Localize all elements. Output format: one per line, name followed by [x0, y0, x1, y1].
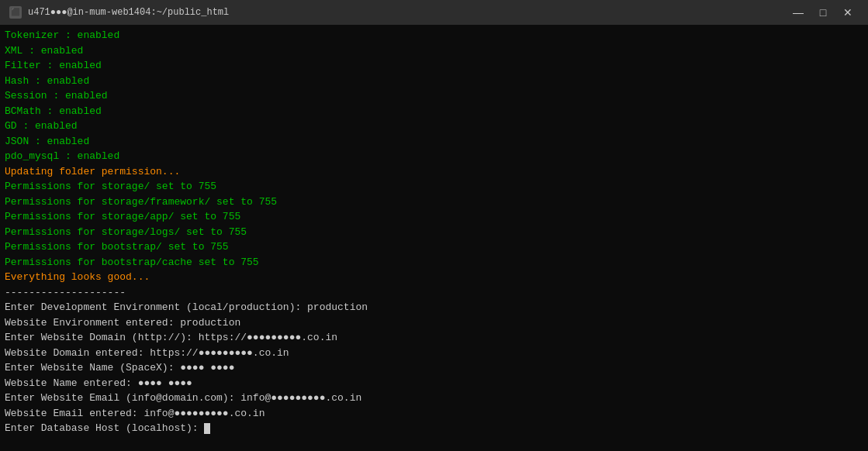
- title-bar-title: u471●●●@in-mum-web1404:~/public_html: [28, 7, 229, 18]
- terminal-line: Website Name entered: ●●●● ●●●●: [5, 376, 863, 391]
- terminal-line: Permissions for storage/framework/ set t…: [5, 195, 863, 210]
- terminal-line: Permissions for storage/logs/ set to 755: [5, 225, 863, 240]
- terminal-body: Tokenizer : enabledXML : enabledFilter :…: [0, 25, 868, 451]
- terminal-line: Session : enabled: [5, 88, 863, 104]
- close-button[interactable]: ✕: [837, 3, 859, 22]
- terminal-line: Everything looks good...: [5, 270, 863, 285]
- terminal-line: Permissions for bootstrap/ set to 755: [5, 239, 863, 255]
- minimize-button[interactable]: —: [787, 3, 809, 22]
- terminal-icon: ⬛: [9, 6, 22, 19]
- terminal-line: Enter Database Host (localhost):: [5, 421, 863, 436]
- title-bar-controls: — □ ✕: [787, 3, 859, 22]
- terminal-line: Updating folder permission...: [5, 164, 863, 180]
- terminal-line: Website Email entered: info@●●●●●●●●●.co…: [5, 406, 863, 422]
- terminal-line: BCMath : enabled: [5, 104, 863, 119]
- terminal-line: Enter Website Email (info@domain.com): i…: [5, 391, 863, 406]
- terminal-line: --------------------: [5, 285, 863, 301]
- maximize-button[interactable]: □: [812, 3, 834, 22]
- terminal-line: Website Domain entered: https://●●●●●●●●…: [5, 346, 863, 361]
- terminal-line: Enter Website Name (SpaceX): ●●●● ●●●●: [5, 360, 863, 376]
- terminal-line: Enter Development Environment (local/pro…: [5, 300, 863, 315]
- terminal-line: Website Environment entered: production: [5, 315, 863, 331]
- terminal-line: Hash : enabled: [5, 74, 863, 89]
- terminal-cursor: [204, 423, 210, 434]
- title-bar: ⬛ u471●●●@in-mum-web1404:~/public_html —…: [0, 0, 868, 25]
- terminal-line: Filter : enabled: [5, 58, 863, 74]
- terminal-line: JSON : enabled: [5, 134, 863, 150]
- terminal-line: Tokenizer : enabled: [5, 28, 863, 43]
- terminal-line: Enter Website Domain (http://): https://…: [5, 330, 863, 346]
- title-bar-left: ⬛ u471●●●@in-mum-web1404:~/public_html: [9, 6, 229, 19]
- terminal-line: pdo_mysql : enabled: [5, 149, 863, 164]
- terminal-line: XML : enabled: [5, 43, 863, 59]
- terminal-line: GD : enabled: [5, 119, 863, 134]
- terminal-line: Permissions for storage/app/ set to 755: [5, 209, 863, 225]
- terminal-line: Permissions for storage/ set to 755: [5, 179, 863, 195]
- terminal-line: Permissions for bootstrap/cache set to 7…: [5, 255, 863, 270]
